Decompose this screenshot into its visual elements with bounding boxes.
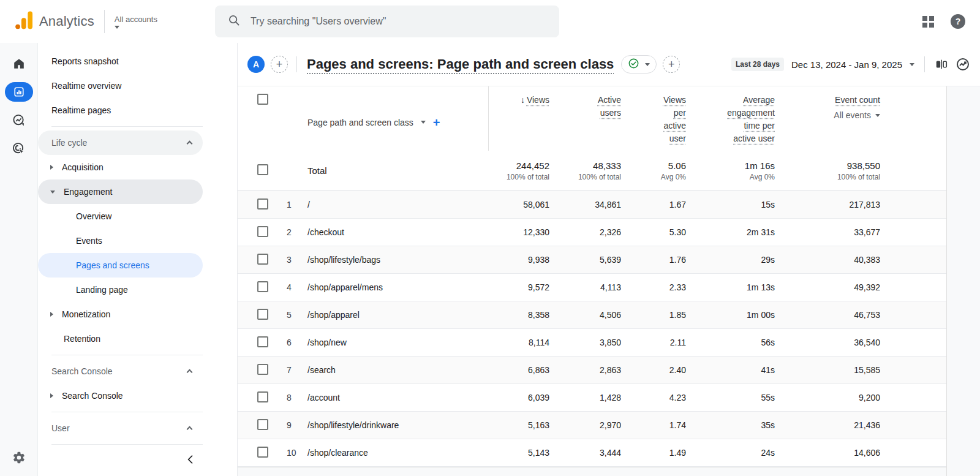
search-input[interactable]	[251, 16, 547, 27]
sidebar-item-realtime-pages[interactable]: Realtime pages	[38, 98, 237, 123]
row-checkbox-cell	[257, 281, 287, 294]
sidebar-divider	[51, 355, 203, 355]
column-header-avg-engagement-time: Average engagement time per active user	[686, 86, 775, 151]
row-views-per-user: 2.40	[621, 365, 686, 375]
section-search-console[interactable]: Search Console	[38, 359, 203, 383]
row-checkbox[interactable]	[257, 254, 268, 265]
row-event-count: 14,606	[775, 448, 880, 458]
sidebar-item-label: Reports snapshot	[51, 56, 119, 66]
row-rank: 1	[287, 200, 307, 210]
sidebar-item-landing-page[interactable]: Landing page	[38, 278, 203, 302]
sidebar-item-reports-snapshot[interactable]: Reports snapshot	[38, 49, 237, 74]
row-checkbox[interactable]	[257, 447, 268, 458]
home-nav-icon[interactable]	[5, 54, 33, 74]
table-row: 4 /shop/apparel/mens 9,572 4,113 2.33 1m…	[238, 274, 946, 301]
report-header-actions: Last 28 days Dec 13, 2024 - Jan 9, 2025	[731, 56, 970, 72]
row-views-per-user: 1.49	[621, 448, 686, 458]
row-checkbox[interactable]	[257, 309, 268, 320]
section-label: Search Console	[51, 366, 113, 376]
collapse-sidebar-button[interactable]	[184, 453, 197, 467]
sidebar-item-retention[interactable]: Retention	[38, 327, 237, 351]
column-label[interactable]: Active users	[598, 95, 621, 118]
sidebar-item-engagement[interactable]: Engagement	[38, 179, 203, 204]
column-label[interactable]: Average engagement time per active user	[727, 95, 775, 143]
analytics-logo[interactable]: Analytics	[15, 11, 94, 32]
dimension-header-label[interactable]: Page path and screen class	[307, 118, 413, 127]
row-page-path: /account	[307, 393, 488, 402]
add-report-button[interactable]: +	[663, 56, 680, 73]
date-range-picker[interactable]: Dec 13, 2024 - Jan 9, 2025	[791, 59, 902, 70]
row-views: 12,330	[488, 227, 549, 237]
insights-icon[interactable]	[956, 57, 970, 72]
sidebar-item-monetization[interactable]: Monetization	[38, 302, 203, 327]
row-views-per-user: 5.30	[621, 227, 686, 237]
add-dimension-button[interactable]: +	[433, 116, 440, 129]
row-active-users: 2,970	[549, 420, 621, 430]
row-rank: 7	[287, 365, 307, 375]
row-checkbox[interactable]	[257, 419, 268, 430]
row-active-users: 4,506	[549, 310, 621, 320]
column-header-event-count: Event count All events	[775, 86, 880, 151]
row-views: 6,039	[488, 393, 549, 402]
total-views-per-user: 5.06Avg 0%	[621, 161, 686, 181]
row-checkbox[interactable]	[257, 336, 268, 347]
help-icon[interactable]: ?	[951, 14, 965, 29]
row-avg-engagement: 24s	[686, 448, 775, 458]
row-rank: 9	[287, 420, 307, 430]
row-checkbox-cell	[257, 364, 287, 377]
sidebar-item-pages-and-screens[interactable]: Pages and screens	[38, 253, 203, 278]
expand-right-icon	[50, 165, 53, 170]
caret-down-icon[interactable]	[421, 121, 426, 124]
row-avg-engagement: 56s	[686, 338, 775, 347]
event-filter-dropdown[interactable]: All events	[775, 109, 880, 122]
help-glyph: ?	[956, 17, 961, 26]
sidebar-item-realtime-overview[interactable]: Realtime overview	[38, 74, 237, 98]
row-checkbox-cell	[257, 336, 287, 349]
table-row: 10 /shop/clearance 5,143 3,444 1.49 24s …	[238, 439, 946, 467]
row-views: 58,061	[488, 200, 549, 210]
compare-reports-icon[interactable]	[935, 58, 948, 71]
row-rank: 4	[287, 282, 307, 292]
caret-down-icon	[115, 26, 119, 29]
row-rank: 6	[287, 338, 307, 347]
row-checkbox[interactable]	[257, 281, 268, 292]
advertising-nav-icon[interactable]	[5, 138, 33, 158]
row-active-users: 2,326	[549, 227, 621, 237]
row-checkbox[interactable]	[257, 226, 268, 237]
sidebar-item-label: Search Console	[62, 391, 123, 401]
section-user[interactable]: User	[38, 416, 203, 440]
property-avatar[interactable]: A	[247, 56, 265, 73]
column-label[interactable]: Event count	[835, 95, 880, 105]
scroll-gutter[interactable]	[946, 86, 980, 476]
report-status-pill[interactable]	[621, 55, 657, 74]
row-checkbox[interactable]	[257, 198, 268, 210]
sidebar-item-overview[interactable]: Overview	[38, 204, 203, 229]
explore-nav-icon[interactable]	[5, 110, 33, 130]
select-all-checkbox[interactable]	[257, 94, 268, 105]
reports-sidebar: Reports snapshot Realtime overview Realt…	[38, 43, 238, 476]
global-search[interactable]	[215, 6, 559, 37]
column-label[interactable]: Views per active user	[663, 95, 686, 143]
column-header-views-per-active-user: Views per active user	[621, 86, 686, 151]
row-active-users: 4,113	[549, 282, 621, 292]
total-sub: 100% of total	[837, 173, 880, 181]
row-page-path: /shop/clearance	[307, 448, 488, 458]
add-comparison-button[interactable]: +	[271, 56, 288, 73]
sidebar-item-search-console[interactable]: Search Console	[38, 383, 203, 408]
row-checkbox[interactable]	[257, 364, 268, 375]
account-switcher[interactable]: All accounts	[115, 15, 157, 29]
row-avg-engagement: 41s	[686, 365, 775, 375]
total-views: 244,452100% of total	[488, 161, 549, 181]
diagnostics-grid-icon[interactable]	[922, 16, 933, 27]
column-label[interactable]: Views	[527, 95, 549, 105]
total-checkbox[interactable]	[257, 164, 268, 175]
sidebar-item-acquisition[interactable]: Acquisition	[38, 155, 203, 179]
sidebar-item-events[interactable]: Events	[38, 229, 203, 253]
reports-nav-icon[interactable]	[5, 82, 33, 102]
table-total-row: Total 244,452100% of total 48,333100% of…	[238, 151, 946, 191]
row-checkbox[interactable]	[257, 391, 268, 402]
admin-gear-icon[interactable]	[5, 448, 33, 467]
section-life-cycle[interactable]: Life cycle	[38, 130, 203, 155]
row-page-path: /shop/lifestyle/drinkware	[307, 420, 488, 430]
event-filter-label: All events	[834, 109, 871, 122]
